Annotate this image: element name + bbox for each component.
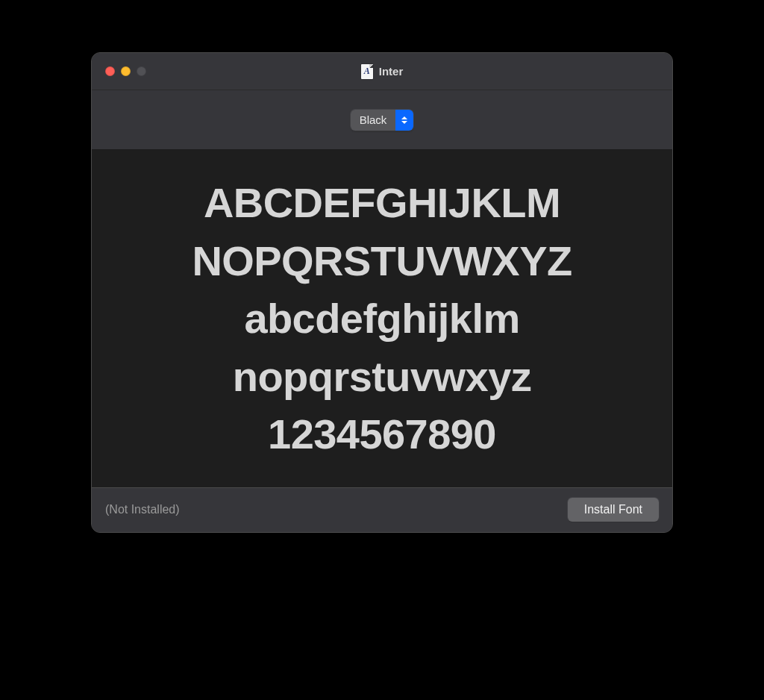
font-preview-area: ABCDEFGHIJKLM NOPQRSTUVWXYZ abcdefghijkl… [92, 150, 672, 487]
install-status-label: (Not Installed) [105, 503, 180, 516]
traffic-lights [105, 66, 146, 76]
preview-line: abcdefghijklm [244, 296, 519, 342]
preview-line: nopqrstuvwxyz [233, 354, 531, 400]
toolbar: Black [92, 90, 672, 150]
zoom-button [137, 66, 146, 76]
font-file-icon: A [361, 64, 373, 79]
chevron-up-icon [401, 116, 407, 119]
preview-line: 1234567890 [268, 411, 496, 457]
title-center: A Inter [92, 64, 672, 79]
font-style-select[interactable]: Black [351, 110, 414, 131]
select-stepper-icon [395, 110, 413, 131]
chevron-down-icon [401, 121, 407, 124]
close-button[interactable] [105, 66, 115, 76]
footer: (Not Installed) Install Font [92, 487, 672, 532]
install-font-button[interactable]: Install Font [568, 498, 659, 522]
minimize-button[interactable] [121, 66, 131, 76]
preview-line: NOPQRSTUVWXYZ [192, 238, 572, 284]
font-preview-window: A Inter Black ABCDEFGHIJKLM NOPQRSTUVWXY… [91, 52, 673, 533]
preview-line: ABCDEFGHIJKLM [204, 180, 560, 226]
window-title: Inter [379, 65, 404, 78]
titlebar[interactable]: A Inter [92, 53, 672, 90]
font-style-select-label: Black [351, 110, 396, 131]
